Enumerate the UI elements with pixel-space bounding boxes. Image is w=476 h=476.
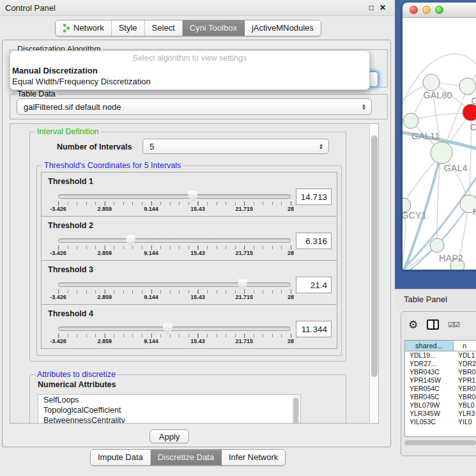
minimize-button-icon[interactable]	[422, 6, 431, 14]
slider-tick-labels: -3.4262.8599.14415.4321.71528	[58, 334, 291, 345]
table-row[interactable]: YIL053CYIL0	[405, 417, 476, 426]
tab-network[interactable]: Network	[56, 20, 112, 36]
cell-name[interactable]: YPR1	[454, 376, 476, 384]
cell-shared-name[interactable]: YPR145W	[405, 376, 454, 384]
select-checkboxes-icon[interactable]: ☑☑	[448, 321, 459, 329]
cell-name[interactable]: YDR2	[454, 360, 476, 367]
threshold-4-slider[interactable]: -3.4262.8599.14415.4321.71528	[58, 324, 291, 346]
slider-thumb[interactable]	[188, 191, 197, 202]
threshold-3-slider[interactable]: -3.4262.8599.14415.4321.71528	[58, 280, 291, 302]
tab-network-label: Network	[73, 23, 104, 33]
threshold-2-slider[interactable]: -3.4262.8599.14415.4321.71528	[58, 236, 291, 257]
slider-tick-labels: -3.4262.8599.14415.4321.71528	[58, 245, 291, 257]
interval-definition-groupbox: Interval Definition Number of Intervals …	[29, 132, 346, 362]
table-row[interactable]: YBR043CYBR0	[405, 368, 476, 376]
tab-jactivemnodules[interactable]: jActiveMNodules	[245, 20, 321, 36]
tab-infer-network[interactable]: Infer Network	[222, 450, 285, 465]
cell-name[interactable]: YBL0	[454, 401, 476, 409]
cell-shared-name[interactable]: YBR045C	[405, 393, 454, 401]
column-selector-icon[interactable]	[427, 319, 439, 330]
attribute-list-item[interactable]: TopologicalCoefficient	[38, 405, 300, 415]
cell-name[interactable]: YBR0	[454, 393, 476, 401]
node-label: GAL11	[411, 131, 440, 141]
cell-name[interactable]: YLR3	[454, 410, 476, 417]
slider-thumb[interactable]	[126, 235, 135, 246]
tick-label: 9.144	[144, 294, 158, 300]
tab-cyni-toolbox-label: Cyni Toolbox	[190, 23, 237, 33]
network-node[interactable]	[403, 113, 418, 128]
tab-cyni-toolbox[interactable]: Cyni Toolbox	[183, 20, 245, 36]
slider-thumb[interactable]	[238, 279, 247, 290]
threshold-1-value[interactable]: 14.713	[296, 188, 332, 205]
table-row[interactable]: YPR145WYPR1	[405, 376, 476, 385]
slider-track[interactable]	[58, 238, 291, 243]
cell-shared-name[interactable]: YLR345W	[405, 410, 454, 417]
slider-thumb[interactable]	[163, 323, 173, 334]
table-row[interactable]: YLR345WYLR3	[405, 409, 476, 417]
network-window-titlebar[interactable]	[403, 3, 476, 18]
cell-shared-name[interactable]: YIL053C	[405, 418, 454, 426]
apply-button[interactable]: Apply	[150, 429, 189, 443]
node-label: H	[473, 206, 476, 217]
slider-tick-labels: -3.4262.8599.14415.4321.71528	[58, 201, 291, 213]
settings-vertical-scrollbar[interactable]	[369, 124, 378, 423]
network-edge[interactable]	[411, 113, 470, 120]
cell-name[interactable]: YDL1	[454, 351, 476, 359]
network-node[interactable]	[431, 142, 452, 164]
network-node[interactable]	[463, 104, 476, 121]
cell-shared-name[interactable]: YDR27...	[405, 360, 454, 367]
table-panel-titlebar: Table Panel	[395, 289, 476, 309]
numerical-attributes-list[interactable]: SelfLoopsTopologicalCoefficientBetweenne…	[38, 394, 301, 424]
network-node[interactable]	[423, 74, 440, 91]
table-row[interactable]: YBR045CYBR0	[405, 392, 476, 401]
network-canvas[interactable]: GAL80GACGAL11GAL4GCY1HHAP2	[403, 18, 476, 270]
threshold-4-value[interactable]: 11.344	[296, 321, 332, 337]
node-attribute-table[interactable]: shared... n YDL19...YDL1YDR27...YDR2YBR0…	[404, 340, 476, 437]
table-row[interactable]: YBL079WYBL0	[405, 401, 476, 409]
number-of-intervals-combobox[interactable]: 5 ▲▼	[142, 139, 329, 154]
dropdown-option-equal-width[interactable]: Equal Width/Frequency Discretization	[10, 77, 369, 88]
network-view-window[interactable]: GAL80GACGAL11GAL4GCY1HHAP2	[403, 3, 476, 270]
column-header-shared-name[interactable]: shared...	[405, 341, 454, 351]
cell-name[interactable]: YBR0	[454, 368, 476, 376]
threshold-1-slider[interactable]: -3.4262.8599.14415.4321.71528	[58, 192, 291, 213]
float-window-icon[interactable]: □	[369, 4, 374, 12]
table-row[interactable]: YER054CYER0	[405, 385, 476, 393]
attributes-scrollbar[interactable]	[292, 395, 300, 424]
cell-shared-name[interactable]: YDL19...	[405, 351, 454, 359]
column-header-name[interactable]: n	[454, 341, 476, 351]
network-graph[interactable]: GAL80GACGAL11GAL4GCY1HHAP2	[403, 18, 476, 270]
zoom-button-icon[interactable]	[435, 6, 443, 14]
cell-name[interactable]: YIL0	[454, 418, 476, 426]
cell-shared-name[interactable]: YER054C	[405, 385, 454, 392]
slider-track[interactable]	[58, 282, 291, 287]
dropdown-option-manual[interactable]: Manual Discretization	[10, 66, 369, 77]
slider-track[interactable]	[58, 194, 291, 199]
tab-select[interactable]: Select	[145, 20, 183, 36]
tick-label: 15.43	[190, 338, 205, 344]
table-row[interactable]: YDR27...YDR2	[405, 360, 476, 368]
scrollbar-thumb[interactable]	[404, 440, 476, 445]
tick-label: 2.859	[98, 250, 112, 256]
tab-discretize-data[interactable]: Discretize Data	[151, 450, 222, 465]
tab-style-label: Style	[119, 23, 137, 33]
attribute-list-item[interactable]: SelfLoops	[38, 395, 300, 405]
cell-shared-name[interactable]: YBL079W	[405, 401, 454, 409]
close-window-icon[interactable]: ✕	[380, 4, 386, 12]
gear-icon[interactable]: ⚙	[408, 319, 418, 330]
table-horizontal-scrollbar[interactable]	[404, 440, 476, 446]
tab-impute-data[interactable]: Impute Data	[91, 450, 151, 465]
close-button-icon[interactable]	[410, 6, 418, 14]
tab-style[interactable]: Style	[112, 20, 145, 36]
threshold-3-value[interactable]: 21.4	[296, 277, 332, 293]
network-node[interactable]	[459, 78, 476, 95]
cell-name[interactable]: YER0	[454, 385, 476, 392]
table-data-combobox[interactable]: galFiltered.sif default node ▲▼	[17, 98, 372, 115]
attribute-list-item[interactable]: BetweennessCentrality	[38, 415, 300, 424]
slider-track[interactable]	[58, 326, 291, 331]
scrollbar-thumb[interactable]	[371, 135, 378, 377]
cell-shared-name[interactable]: YBR043C	[405, 368, 454, 376]
threshold-2-value[interactable]: 6.316	[296, 233, 332, 249]
network-node[interactable]	[430, 238, 444, 252]
table-row[interactable]: YDL19...YDL1	[405, 351, 476, 360]
